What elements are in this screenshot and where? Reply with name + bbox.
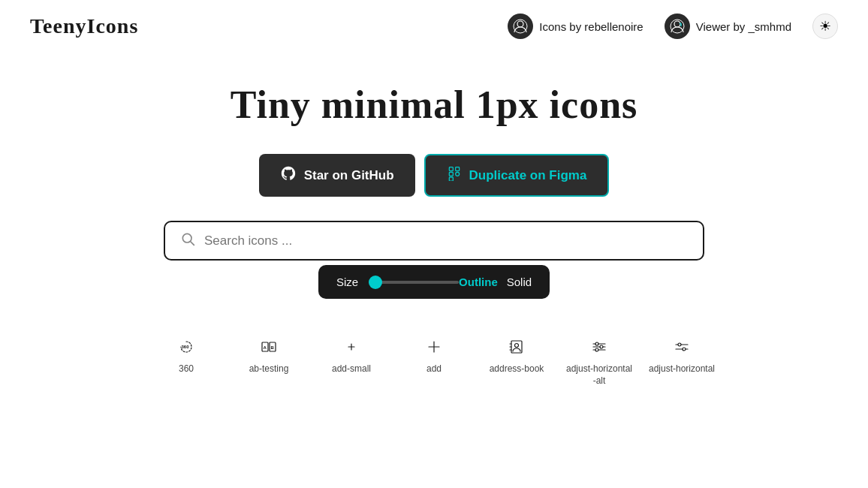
size-label: Size <box>336 276 358 288</box>
icon-visual-address-book <box>506 336 527 357</box>
solid-toggle[interactable]: Solid <box>507 276 532 288</box>
svg-point-28 <box>595 342 598 345</box>
icon-label-adjust-horizontal: adjust-horizontal <box>649 363 715 375</box>
icon-label-add: add <box>426 363 442 375</box>
svg-point-21 <box>515 344 519 348</box>
svg-rect-5 <box>455 167 459 171</box>
icon-visual-360: 360 <box>176 336 197 357</box>
svg-point-30 <box>595 348 598 351</box>
figma-button-label: Duplicate on Figma <box>469 168 587 183</box>
size-slider-thumb[interactable] <box>369 276 382 289</box>
icon-visual-ab-testing: A B <box>258 336 279 357</box>
icon-item-360[interactable]: 360 360 <box>145 323 228 400</box>
search-area: Size Outline Solid <box>149 221 719 299</box>
icon-label-adjust-horizontal-alt: adjust-horizontal-alt <box>565 363 633 387</box>
svg-point-29 <box>600 345 603 348</box>
site-logo[interactable]: TeenyIcons <box>30 14 138 38</box>
rebellenoire-link[interactable]: Icons by rebellenoire <box>508 14 643 39</box>
icon-label-360: 360 <box>179 363 194 375</box>
svg-point-0 <box>517 21 523 27</box>
svg-text:A: A <box>264 345 267 350</box>
github-icon <box>280 165 297 185</box>
icon-visual-add-small <box>341 336 362 357</box>
smhmd-label: Viewer by _smhmd <box>696 20 791 33</box>
svg-text:B: B <box>271 345 275 350</box>
svg-point-33 <box>678 343 681 346</box>
icon-item-add-small[interactable]: add-small <box>310 323 393 400</box>
icon-label-add-small: add-small <box>332 363 371 375</box>
svg-point-34 <box>683 348 686 351</box>
icon-label-address-book: address-book <box>490 363 544 375</box>
svg-text:360: 360 <box>182 345 190 349</box>
icon-item-add[interactable]: add <box>393 323 475 400</box>
outline-toggle[interactable]: Outline <box>459 276 498 288</box>
icon-item-adjust-horizontal-alt[interactable]: adjust-horizontal-alt <box>558 323 640 400</box>
figma-icon <box>447 166 462 185</box>
view-toggle: Outline Solid <box>459 276 532 288</box>
svg-rect-6 <box>449 172 453 176</box>
size-slider-track[interactable] <box>369 281 459 284</box>
size-control: Size <box>336 276 459 288</box>
svg-point-3 <box>671 20 684 33</box>
smhmd-link[interactable]: Viewer by _smhmd <box>665 14 791 39</box>
svg-rect-7 <box>449 177 453 181</box>
icon-item-address-book[interactable]: address-book <box>475 323 558 400</box>
sun-icon: ☀ <box>819 18 831 35</box>
icon-item-adjust-horizontal[interactable]: adjust-horizontal <box>640 323 723 400</box>
smhmd-avatar <box>665 14 690 39</box>
hero-section: Tiny minimal 1px icons Star on GitHub <box>0 53 868 221</box>
icon-label-ab-testing: ab-testing <box>249 363 289 375</box>
svg-point-2 <box>674 21 680 27</box>
header-right: Icons by rebellenoire Viewer by _smhmd ☀ <box>508 14 838 39</box>
icon-item-ab-testing[interactable]: A B ab-testing <box>228 323 310 400</box>
icon-visual-adjust-horizontal-alt <box>589 336 610 357</box>
rebellenoire-label: Icons by rebellenoire <box>539 20 643 33</box>
site-header: TeenyIcons Icons by rebellenoire <box>0 0 868 53</box>
icon-visual-adjust-horizontal <box>671 336 692 357</box>
github-button[interactable]: Star on GitHub <box>259 154 415 197</box>
search-icon <box>180 231 195 250</box>
search-input[interactable] <box>204 233 688 249</box>
svg-line-10 <box>191 242 194 246</box>
theme-toggle-button[interactable]: ☀ <box>812 14 838 39</box>
svg-point-1 <box>514 20 527 33</box>
icon-grid: 360 360 A B ab-testing <box>0 299 868 415</box>
main-content: Tiny minimal 1px icons Star on GitHub <box>0 53 868 415</box>
figma-button[interactable]: Duplicate on Figma <box>424 154 610 197</box>
svg-point-8 <box>455 172 459 176</box>
github-button-label: Star on GitHub <box>304 168 394 183</box>
icon-visual-add <box>423 336 445 357</box>
svg-rect-4 <box>449 167 453 171</box>
controls-bar: Size Outline Solid <box>318 265 550 299</box>
search-box <box>164 221 704 261</box>
hero-title: Tiny minimal 1px icons <box>15 83 853 127</box>
button-row: Star on GitHub Duplicate on Figma <box>15 154 853 197</box>
rebellenoire-avatar <box>508 14 533 39</box>
